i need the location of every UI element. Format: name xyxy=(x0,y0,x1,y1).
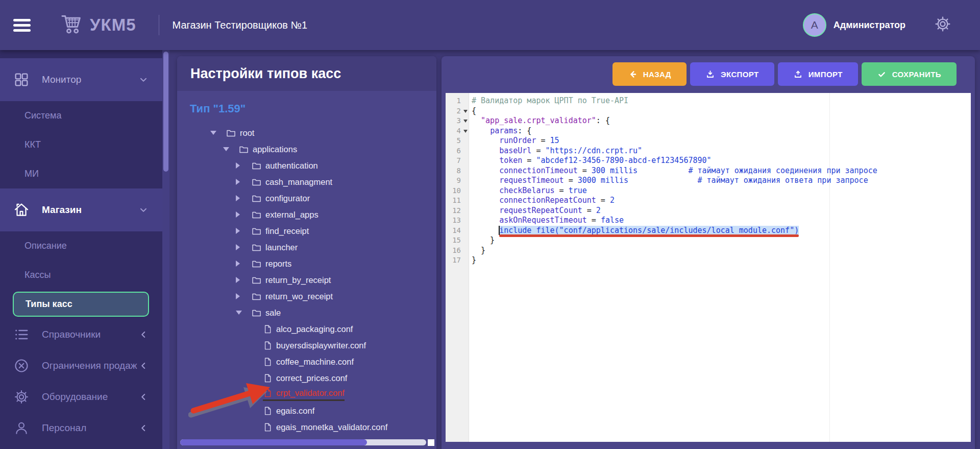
sidebar-section-5[interactable]: Оборудование xyxy=(0,381,162,412)
tree-vertical-scrollbar[interactable] xyxy=(162,50,169,449)
folder-icon xyxy=(226,128,236,138)
folder-icon xyxy=(251,209,262,220)
tree-node[interactable]: egais_monetka_validator.conf xyxy=(177,419,436,435)
folder-icon xyxy=(251,242,262,253)
tree-node[interactable]: alco_packaging.conf xyxy=(177,321,436,337)
expand-arrow-icon[interactable] xyxy=(236,261,251,267)
tree-node-label: configurator xyxy=(265,194,310,203)
sidebar-section-label: Монитор xyxy=(42,74,81,85)
cash-type-label: Тип "1.59" xyxy=(190,102,436,115)
sidebar-section-3[interactable]: Справочники xyxy=(0,319,162,350)
expand-arrow-icon[interactable] xyxy=(236,277,251,283)
sidebar-item[interactable]: Описание xyxy=(0,231,162,261)
expand-arrow-icon[interactable] xyxy=(236,244,251,250)
folder-icon xyxy=(238,144,249,155)
code-line: "app_sale.crpt_validator": { xyxy=(472,116,971,126)
menu-icon[interactable] xyxy=(13,16,31,34)
panel-body: Тип "1.59" rootapplicationsauthenticatio… xyxy=(177,91,436,449)
collapse-arrow-icon[interactable] xyxy=(223,147,238,151)
tree-node[interactable]: reports xyxy=(177,255,436,272)
ban-icon xyxy=(13,358,30,374)
fold-arrow-icon[interactable] xyxy=(463,130,468,133)
file-icon xyxy=(263,373,273,383)
sidebar-section-1[interactable]: Монитор xyxy=(0,58,162,101)
gear-icon[interactable] xyxy=(934,15,951,35)
app-logo[interactable]: УКМ5 xyxy=(60,14,136,36)
fold-arrow-icon[interactable] xyxy=(463,120,468,123)
tree-node-label: root xyxy=(240,128,254,138)
экспорт-button[interactable]: ЭКСПОРТ xyxy=(690,62,774,86)
tree-node[interactable]: external_apps xyxy=(177,206,436,223)
code-line: connectionRepeatCount = 2 xyxy=(472,196,971,206)
store-title: Магазин Тестировщиков №1 xyxy=(173,19,308,31)
upload-icon xyxy=(793,69,803,79)
tree-node-label: crpt_validator.conf xyxy=(276,388,345,398)
editor-toolbar: НАЗАДЭКСПОРТИМПОРТСОХРАНИТЬ xyxy=(442,56,975,92)
tree-node[interactable]: applications xyxy=(177,141,436,157)
folder-icon xyxy=(251,291,262,302)
header-divider xyxy=(159,15,159,35)
code-line: askOnRequestTimeout = false xyxy=(472,216,971,226)
sidebar-section-2[interactable]: Магазин xyxy=(0,188,162,231)
fold-arrow-icon[interactable] xyxy=(463,110,468,113)
line-number: 17 xyxy=(446,255,469,266)
code-editor[interactable]: 1234567891011121314151617 # Валидатор ма… xyxy=(446,93,971,442)
sidebar-item[interactable]: Типы касс xyxy=(13,292,149,317)
tree-node[interactable]: crpt_validator.conf xyxy=(177,386,436,403)
scrollbar-thumb[interactable] xyxy=(180,439,367,445)
sidebar-item[interactable]: ККТ xyxy=(0,130,162,159)
tree-node-label: find_receipt xyxy=(265,226,309,236)
line-number: 4 xyxy=(446,126,469,136)
tree-node[interactable]: authentication xyxy=(177,157,436,174)
scrollbar-thumb[interactable] xyxy=(163,52,168,172)
editor-panel: НАЗАДЭКСПОРТИМПОРТСОХРАНИТЬ 123456789101… xyxy=(442,56,975,449)
tree-node[interactable]: return_wo_receipt xyxy=(177,288,436,304)
tree-node[interactable]: egais.conf xyxy=(177,403,436,419)
collapse-arrow-icon[interactable] xyxy=(210,131,226,135)
tree-node[interactable]: find_receipt xyxy=(177,223,436,239)
code-line: requestTimeout = 3000 millis # таймаут о… xyxy=(472,176,971,186)
tree-node[interactable]: launcher xyxy=(177,239,436,255)
expand-arrow-icon[interactable] xyxy=(236,293,251,299)
expand-arrow-icon[interactable] xyxy=(236,162,251,169)
download-icon xyxy=(705,69,715,79)
scrollbar-corner xyxy=(428,439,434,446)
sidebar-item[interactable]: Кассы xyxy=(0,261,162,290)
tree-node[interactable]: configurator xyxy=(177,190,436,206)
expand-arrow-icon[interactable] xyxy=(236,179,251,185)
tree-node[interactable]: buyersdisplaywriter.conf xyxy=(177,337,436,353)
collapse-arrow-icon[interactable] xyxy=(236,311,251,315)
chevron-down-icon xyxy=(138,74,149,85)
tree-node[interactable]: coffee_machine.conf xyxy=(177,353,436,370)
folder-icon xyxy=(251,275,262,286)
expand-arrow-icon[interactable] xyxy=(236,211,251,218)
sidebar-section-4[interactable]: Ограничения продаж xyxy=(0,350,162,381)
tree-node[interactable]: cash_managment xyxy=(177,174,436,190)
sidebar-section-label: Персонал xyxy=(42,422,86,434)
file-icon xyxy=(263,422,273,432)
chevron-left-icon xyxy=(138,329,149,340)
expand-arrow-icon[interactable] xyxy=(236,195,251,201)
назад-button[interactable]: НАЗАД xyxy=(612,62,687,86)
sidebar: МониторСистемаККТМИМагазинОписаниеКассыТ… xyxy=(0,50,162,449)
tree-node[interactable]: root xyxy=(177,125,436,141)
avatar[interactable]: А xyxy=(803,13,826,37)
tree-node[interactable]: sale xyxy=(177,304,436,321)
line-number: 12 xyxy=(446,206,469,216)
chevron-left-icon xyxy=(138,391,149,403)
sidebar-section-6[interactable]: Персонал xyxy=(0,412,162,443)
tree-node[interactable]: correct_prices.conf xyxy=(177,370,436,386)
tree-node[interactable]: return_by_receipt xyxy=(177,272,436,288)
sidebar-item[interactable]: Система xyxy=(0,101,162,130)
tree-horizontal-scrollbar[interactable] xyxy=(180,439,426,445)
sidebar-section-label: Справочники xyxy=(42,329,101,340)
sidebar-item[interactable]: МИ xyxy=(0,159,162,188)
импорт-button[interactable]: ИМПОРТ xyxy=(778,62,858,86)
expand-arrow-icon[interactable] xyxy=(236,228,251,234)
folder-icon xyxy=(251,258,262,269)
home-icon xyxy=(13,201,30,219)
editor-code-area[interactable]: # Валидатор марок ЦРПТ по True-API{ "app… xyxy=(469,93,971,442)
code-line: } xyxy=(472,255,971,266)
сохранить-button[interactable]: СОХРАНИТЬ xyxy=(862,62,957,86)
line-number: 14 xyxy=(446,226,469,236)
